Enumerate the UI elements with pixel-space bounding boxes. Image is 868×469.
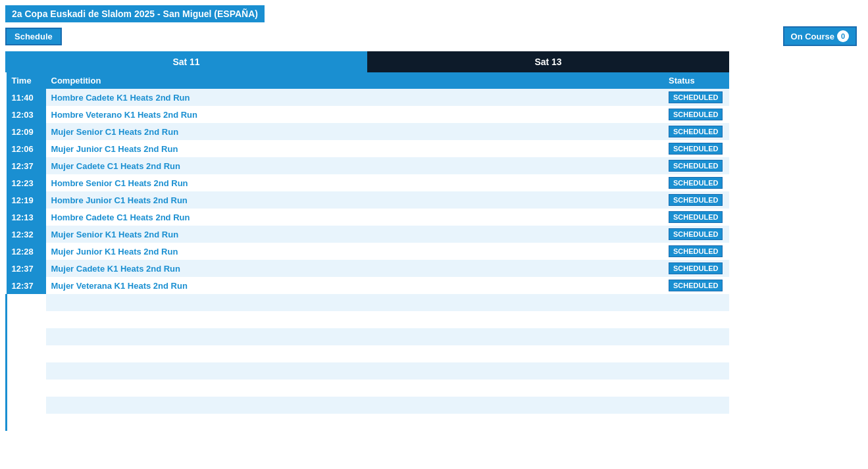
table-row: 12:09 Mujer Senior C1 Heats 2nd Run SCHE… (7, 123, 730, 140)
competition-cell: Hombre Cadete K1 Heats 2nd Run (46, 89, 664, 106)
time-indicator (7, 414, 46, 431)
empty-row (7, 397, 730, 414)
status-badge[interactable]: SCHEDULED (669, 160, 723, 172)
page-title-bar: 2a Copa Euskadi de Slalom 2025 - San Mig… (5, 5, 265, 22)
status-badge[interactable]: SCHEDULED (669, 177, 723, 189)
table-row: 12:37 Mujer Cadete C1 Heats 2nd Run SCHE… (7, 157, 730, 174)
time-column-header: Time (7, 72, 46, 89)
day-tabs: Sat 11 Sat 13 (5, 51, 729, 72)
time-cell: 12:03 (7, 106, 46, 123)
status-badge[interactable]: SCHEDULED (669, 211, 723, 223)
time-cell: 12:09 (7, 123, 46, 140)
competition-cell: Mujer Junior K1 Heats 2nd Run (46, 243, 664, 260)
empty-row (7, 345, 730, 362)
competition-cell: Mujer Cadete C1 Heats 2nd Run (46, 157, 664, 174)
status-cell: SCHEDULED (663, 140, 729, 157)
time-cell: 12:19 (7, 191, 46, 209)
table-row: 11:40 Hombre Cadete K1 Heats 2nd Run SCH… (7, 89, 730, 106)
status-cell: SCHEDULED (663, 209, 729, 226)
time-indicator (7, 311, 46, 328)
tab-sat11[interactable]: Sat 11 (5, 51, 367, 72)
time-indicator (7, 380, 46, 397)
status-cell: SCHEDULED (663, 260, 729, 277)
time-cell: 12:37 (7, 260, 46, 277)
main-content: Sat 11 Sat 13 Time Competition Status 11… (5, 51, 863, 431)
competition-cell: Hombre Cadete C1 Heats 2nd Run (46, 209, 664, 226)
tab-sat13[interactable]: Sat 13 (367, 51, 729, 72)
empty-row (7, 328, 730, 345)
empty-status (663, 362, 729, 380)
on-course-label: On Course (791, 32, 834, 41)
status-cell: SCHEDULED (663, 277, 729, 294)
page-title: 2a Copa Euskadi de Slalom 2025 - San Mig… (12, 9, 258, 19)
time-cell: 11:40 (7, 89, 46, 106)
table-row: 12:19 Hombre Junior C1 Heats 2nd Run SCH… (7, 191, 730, 209)
status-badge[interactable]: SCHEDULED (669, 91, 723, 103)
empty-status (663, 345, 729, 362)
empty-competition (46, 380, 664, 397)
empty-row (7, 362, 730, 380)
time-cell: 12:28 (7, 243, 46, 260)
status-cell: SCHEDULED (663, 157, 729, 174)
table-row: 12:06 Mujer Junior C1 Heats 2nd Run SCHE… (7, 140, 730, 157)
empty-competition (46, 362, 664, 380)
status-badge[interactable]: SCHEDULED (669, 280, 723, 291)
competition-cell: Mujer Junior C1 Heats 2nd Run (46, 140, 664, 157)
competition-cell: Mujer Senior C1 Heats 2nd Run (46, 123, 664, 140)
empty-status (663, 414, 729, 431)
empty-status (663, 311, 729, 328)
time-cell: 12:37 (7, 277, 46, 294)
time-cell: 12:32 (7, 226, 46, 243)
time-indicator (7, 362, 46, 380)
on-course-count-badge: 0 (837, 30, 849, 42)
empty-competition (46, 328, 664, 345)
empty-row (7, 311, 730, 328)
competition-cell: Hombre Senior C1 Heats 2nd Run (46, 174, 664, 191)
empty-row (7, 294, 730, 311)
table-row: 12:03 Hombre Veterano K1 Heats 2nd Run S… (7, 106, 730, 123)
table-row: 12:32 Mujer Senior K1 Heats 2nd Run SCHE… (7, 226, 730, 243)
time-indicator (7, 328, 46, 345)
table-row: 12:28 Mujer Junior K1 Heats 2nd Run SCHE… (7, 243, 730, 260)
status-badge[interactable]: SCHEDULED (669, 245, 723, 257)
empty-status (663, 328, 729, 345)
status-cell: SCHEDULED (663, 243, 729, 260)
empty-competition (46, 294, 664, 311)
empty-competition (46, 397, 664, 414)
competition-cell: Mujer Cadete K1 Heats 2nd Run (46, 260, 664, 277)
table-row: 12:37 Mujer Veterana K1 Heats 2nd Run SC… (7, 277, 730, 294)
empty-status (663, 294, 729, 311)
empty-status (663, 397, 729, 414)
status-badge[interactable]: SCHEDULED (669, 194, 723, 206)
empty-row (7, 414, 730, 431)
schedule-table: Time Competition Status 11:40 Hombre Cad… (5, 72, 729, 431)
table-row: 12:37 Mujer Cadete K1 Heats 2nd Run SCHE… (7, 260, 730, 277)
status-cell: SCHEDULED (663, 226, 729, 243)
time-cell: 12:37 (7, 157, 46, 174)
on-course-button[interactable]: On Course 0 (783, 26, 857, 46)
status-badge[interactable]: SCHEDULED (669, 143, 723, 155)
time-cell: 12:23 (7, 174, 46, 191)
status-cell: SCHEDULED (663, 106, 729, 123)
time-cell: 12:13 (7, 209, 46, 226)
competition-cell: Mujer Veterana K1 Heats 2nd Run (46, 277, 664, 294)
status-cell: SCHEDULED (663, 89, 729, 106)
table-row: 12:13 Hombre Cadete C1 Heats 2nd Run SCH… (7, 209, 730, 226)
table-row: 12:23 Hombre Senior C1 Heats 2nd Run SCH… (7, 174, 730, 191)
empty-status (663, 380, 729, 397)
time-cell: 12:06 (7, 140, 46, 157)
status-badge[interactable]: SCHEDULED (669, 109, 723, 120)
time-indicator (7, 397, 46, 414)
status-badge[interactable]: SCHEDULED (669, 126, 723, 137)
competition-column-header: Competition (46, 72, 664, 89)
time-indicator (7, 345, 46, 362)
schedule-button[interactable]: Schedule (5, 28, 62, 45)
empty-competition (46, 414, 664, 431)
competition-cell: Mujer Senior K1 Heats 2nd Run (46, 226, 664, 243)
competition-cell: Hombre Veterano K1 Heats 2nd Run (46, 106, 664, 123)
status-badge[interactable]: SCHEDULED (669, 262, 723, 274)
empty-competition (46, 311, 664, 328)
status-badge[interactable]: SCHEDULED (669, 228, 723, 240)
status-cell: SCHEDULED (663, 123, 729, 140)
toolbar: Schedule On Course 0 (0, 22, 862, 51)
